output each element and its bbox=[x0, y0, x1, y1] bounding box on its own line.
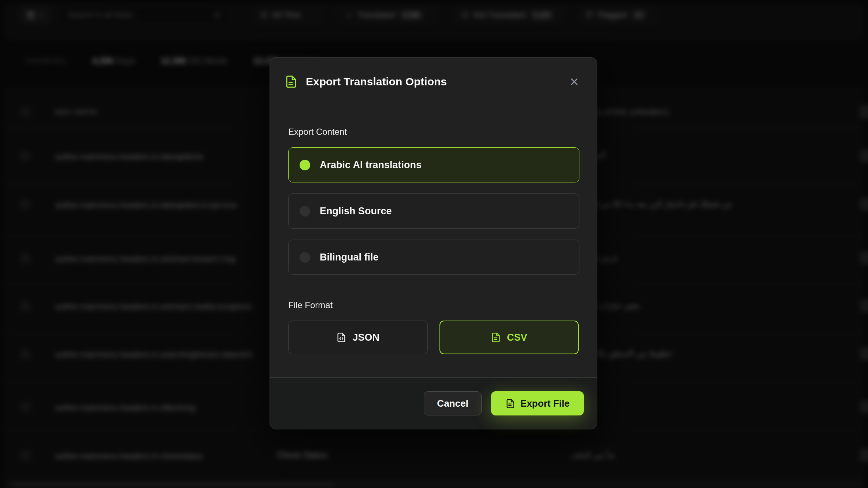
close-button[interactable] bbox=[566, 74, 582, 90]
option-english-source[interactable]: English Source bbox=[288, 193, 579, 229]
dialog-title: Export Translation Options bbox=[306, 75, 447, 88]
option-label: Bilingual file bbox=[320, 252, 379, 263]
file-text-icon bbox=[505, 399, 515, 408]
radio-unselected-icon bbox=[300, 206, 310, 217]
cancel-button[interactable]: Cancel bbox=[424, 391, 482, 415]
option-bilingual-file[interactable]: Bilingual file bbox=[288, 240, 579, 275]
file-text-icon bbox=[491, 332, 501, 343]
cancel-button-label: Cancel bbox=[437, 398, 468, 409]
export-translation-dialog: Export Translation Options Export Conten… bbox=[270, 57, 597, 429]
radio-unselected-icon bbox=[300, 252, 310, 263]
dialog-footer: Cancel Export File bbox=[270, 377, 597, 429]
file-json-icon bbox=[336, 332, 346, 343]
file-format-label: File Format bbox=[288, 300, 579, 310]
format-json-button[interactable]: JSON bbox=[288, 321, 428, 354]
radio-selected-icon bbox=[300, 160, 310, 170]
format-label: JSON bbox=[352, 332, 379, 343]
format-csv-button[interactable]: CSV bbox=[439, 321, 579, 354]
export-file-button[interactable]: Export File bbox=[491, 391, 584, 415]
option-label: Arabic AI translations bbox=[320, 159, 422, 171]
export-button-label: Export File bbox=[520, 398, 570, 409]
option-arabic-ai-translations[interactable]: Arabic AI translations bbox=[288, 147, 579, 182]
format-label: CSV bbox=[507, 332, 527, 343]
file-format-row: JSON CSV bbox=[288, 321, 579, 354]
file-text-icon bbox=[285, 75, 298, 88]
dialog-body: Export Content Arabic AI translations En… bbox=[270, 127, 597, 354]
export-content-label: Export Content bbox=[288, 127, 579, 137]
dialog-header: Export Translation Options bbox=[270, 58, 597, 106]
app-stage: All Time Translated 3,186 Not Translated… bbox=[0, 0, 868, 488]
option-label: English Source bbox=[320, 206, 392, 217]
